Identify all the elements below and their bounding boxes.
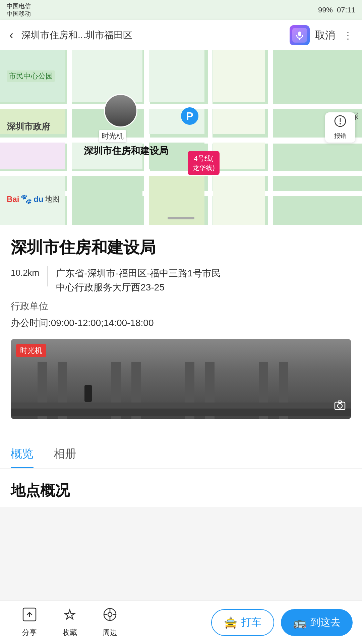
svg-rect-0 xyxy=(298,32,301,36)
park-label: 市民中心公园 xyxy=(7,70,55,82)
baidu-logo: Bai 🐾 du 地图 xyxy=(7,194,60,205)
voice-button[interactable] xyxy=(290,25,310,45)
back-button[interactable]: ‹ xyxy=(7,25,16,45)
navigate-button[interactable]: 🚌 到这去 xyxy=(281,609,353,636)
report-label: 报错 xyxy=(334,132,346,140)
collect-button[interactable]: 收藏 xyxy=(50,607,90,638)
collect-icon xyxy=(62,607,77,625)
share-label: 分享 xyxy=(22,628,37,638)
nearby-label: 周边 xyxy=(103,628,117,638)
carrier-info: 中国电信 中国移动 xyxy=(7,2,31,18)
detail-panel: 深圳市住房和建设局 10.2km 广东省-深圳市-福田区-福中三路1号市民中心行… xyxy=(0,225,362,439)
nearby-icon xyxy=(103,607,117,625)
carrier2-label: 中国移动 xyxy=(7,10,31,18)
collect-label: 收藏 xyxy=(62,628,77,638)
share-button[interactable]: 分享 xyxy=(9,607,50,638)
baidu-text-blue: du xyxy=(34,195,43,204)
parking-badge: P xyxy=(181,107,198,125)
map-background: 市民中心公园 深圳市政府 时光机 深圳市住房和建设局 P 4号线(龙华线) Ba… xyxy=(0,50,362,225)
svg-point-10 xyxy=(108,612,112,616)
status-right: 99% 07:11 xyxy=(318,6,355,14)
search-bar: ‹ 取消 ⋮ xyxy=(0,20,362,50)
metro-badge: 4号线(龙华线) xyxy=(188,151,220,175)
tabs-row: 概览 相册 xyxy=(0,439,362,469)
map-area[interactable]: 市民中心公园 深圳市政府 时光机 深圳市住房和建设局 P 4号线(龙华线) Ba… xyxy=(0,50,362,225)
location-time-machine-label: 时光机 xyxy=(99,130,126,142)
search-input[interactable] xyxy=(21,25,284,45)
address-label: 广东省-深圳市-福田区-福中三路1号市民中心行政服务大厅西23-25 xyxy=(56,266,221,294)
divider xyxy=(47,266,48,286)
info-row: 10.2km 广东省-深圳市-福田区-福中三路1号市民中心行政服务大厅西23-2… xyxy=(11,266,351,294)
distance-label: 10.2km xyxy=(11,266,39,278)
report-error-button[interactable]: 报错 xyxy=(325,112,355,143)
photo-camera-icon xyxy=(334,399,346,414)
hours-label: 办公时间:09:00-12:00;14:00-18:00 xyxy=(11,317,351,329)
section-title: 地点概况 xyxy=(0,469,362,507)
baidu-paw-icon: 🐾 xyxy=(20,194,32,205)
voice-icon xyxy=(292,28,307,43)
taxi-icon: 🚖 xyxy=(224,616,237,629)
gov-label: 深圳市政府 xyxy=(7,121,50,132)
location-marker[interactable] xyxy=(104,94,137,127)
scroll-indicator xyxy=(168,217,194,219)
photo-tag-label: 时光机 xyxy=(16,344,46,357)
building-photo-sim xyxy=(11,339,351,419)
ditu-label: 地图 xyxy=(45,194,60,204)
time-label: 07:11 xyxy=(337,6,355,14)
taxi-label: 打车 xyxy=(241,615,261,629)
map-place-name: 深圳市住房和建设局 xyxy=(84,144,168,157)
place-title: 深圳市住房和建设局 xyxy=(11,237,351,258)
battery-label: 99% xyxy=(318,6,333,14)
status-bar: 中国电信 中国移动 99% 07:11 xyxy=(0,0,362,20)
bottom-bar: 分享 收藏 周边 🚖 打车 🚌 到这去 xyxy=(0,600,362,644)
svg-point-6 xyxy=(338,404,342,408)
baidu-text-red: Bai xyxy=(7,195,19,204)
place-photo[interactable]: 时光机 xyxy=(11,339,351,419)
tab-overview[interactable]: 概览 xyxy=(11,439,34,468)
cancel-button[interactable]: 取消 xyxy=(315,29,335,42)
svg-point-4 xyxy=(340,123,341,124)
report-error-icon xyxy=(334,115,346,130)
tab-album[interactable]: 相册 xyxy=(54,439,76,468)
share-icon xyxy=(22,607,37,625)
taxi-button[interactable]: 🚖 打车 xyxy=(211,609,274,636)
navigate-icon: 🚌 xyxy=(293,616,306,629)
nearby-button[interactable]: 周边 xyxy=(90,607,130,638)
navigate-label: 到这去 xyxy=(310,615,341,629)
category-label: 行政单位 xyxy=(11,300,351,313)
bottom-spacer xyxy=(0,507,362,554)
extra-button[interactable]: ⋮ xyxy=(341,27,355,44)
location-photo xyxy=(105,95,136,126)
carrier1-label: 中国电信 xyxy=(7,2,31,10)
